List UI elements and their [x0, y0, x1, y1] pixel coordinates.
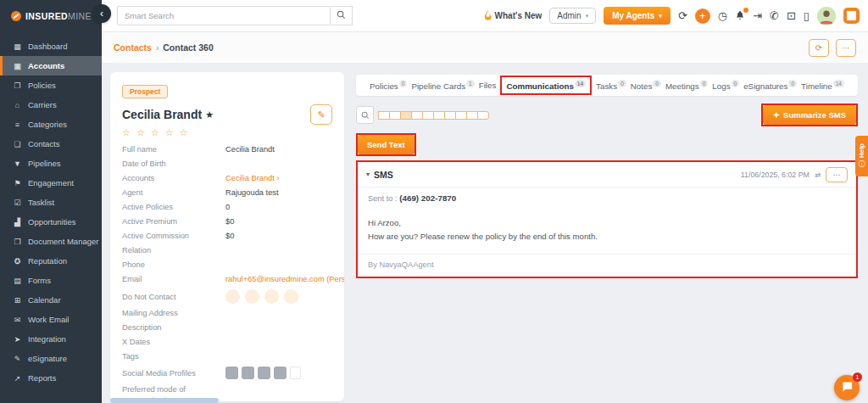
filter-thanksio[interactable]: [444, 111, 456, 120]
field-label: Date of Birth: [122, 160, 225, 170]
tab-files[interactable]: Files: [479, 81, 497, 90]
sidebar-item-engagement[interactable]: ⚑ Engagement: [0, 173, 102, 193]
filter-search-button[interactable]: [356, 106, 374, 124]
smart-search-input[interactable]: [117, 6, 331, 25]
sidebar-item-label: Integration: [28, 334, 66, 344]
tab-esignatures[interactable]: eSignatures0: [743, 80, 797, 91]
filter-all[interactable]: [378, 111, 390, 120]
filter-nps[interactable]: [433, 111, 445, 120]
tab-tasks[interactable]: Tasks0: [596, 80, 626, 91]
signout-icon[interactable]: ⇥: [753, 10, 762, 21]
refresh-button[interactable]: ⟳: [809, 39, 829, 57]
sidebar-item-icon: ➤: [13, 335, 22, 344]
sidebar-item-contacts[interactable]: ❏ Contacts: [0, 134, 102, 154]
dnc-phone-icon[interactable]: [264, 289, 279, 304]
chevron-down-icon: ▾: [659, 13, 662, 20]
sidebar-item-label: Tasklist: [28, 198, 54, 207]
sidebar-item-reputation[interactable]: ✪ Reputation: [0, 251, 102, 271]
filter-text[interactable]: [400, 111, 412, 120]
sparkle-icon: ✦: [773, 110, 780, 120]
insuredmine-logo[interactable]: INSUREDMINE: [0, 0, 102, 28]
twitter-icon[interactable]: [258, 367, 270, 379]
tab-label: Files: [479, 81, 497, 90]
filter-email-campaigns[interactable]: [466, 111, 478, 120]
sync-icon[interactable]: ⟳: [678, 10, 687, 21]
tab-notes[interactable]: Notes0: [631, 80, 661, 91]
sidebar-item-carriers[interactable]: ⌂ Carriers: [0, 95, 102, 115]
horizontal-scrollbar[interactable]: [110, 398, 219, 403]
sidebar-item-pipelines[interactable]: ▼ Pipelines: [0, 154, 102, 173]
sidebar-item-accounts[interactable]: ▣ Accounts: [0, 56, 102, 76]
insuredmine-brand-icon[interactable]: [843, 8, 860, 24]
filter-email[interactable]: [389, 111, 401, 120]
breadcrumb-separator: ›: [156, 43, 159, 53]
linkedin-icon[interactable]: [225, 367, 238, 379]
sidebar-item-tasklist[interactable]: ☑ Tasklist: [0, 193, 102, 212]
whats-new-link[interactable]: What's New: [483, 9, 542, 22]
breadcrumb-contacts[interactable]: Contacts: [114, 42, 152, 53]
tab-meetings[interactable]: Meetings0: [665, 80, 708, 91]
sidebar-item-icon: ❒: [13, 238, 22, 246]
sidebar-collapse-button[interactable]: ‹: [92, 4, 111, 23]
sidebar-item-opportunities[interactable]: ▟ Opportunities: [0, 212, 102, 232]
dnc-mail-slash-icon[interactable]: [284, 289, 298, 304]
tab-logs[interactable]: Logs0: [712, 80, 739, 91]
phone-icon[interactable]: ✆: [770, 10, 779, 21]
sidebar-item-icon: ▼: [13, 160, 22, 168]
tab-policies[interactable]: Policies0: [370, 80, 407, 91]
more-options-button[interactable]: ⋯: [836, 39, 856, 57]
sidebar-item-esignature[interactable]: ✎ eSignature: [0, 349, 102, 368]
filter-workflows[interactable]: [477, 111, 489, 120]
search-button[interactable]: [331, 6, 353, 25]
user-avatar[interactable]: [817, 7, 836, 25]
sidebar-item-integration[interactable]: ➤ Integration: [0, 329, 102, 349]
tab-count-badge: 14: [575, 80, 586, 87]
tab-count-badge: 0: [732, 80, 740, 87]
sidebar-item-policies[interactable]: ❐ Policies: [0, 76, 102, 95]
field-label: Mailing Address: [122, 309, 225, 319]
send-text-button[interactable]: Send Text: [358, 135, 415, 154]
tab-label: Logs: [712, 81, 730, 91]
edit-contact-button[interactable]: ✎: [310, 104, 332, 125]
chat-widget-button[interactable]: 1: [834, 375, 860, 400]
sidebar-item-icon: ▟: [13, 218, 22, 227]
admin-dropdown[interactable]: Admin ▾: [549, 8, 596, 24]
sidebar-item-icon: ▤: [13, 277, 22, 285]
notifications-bell-icon[interactable]: [735, 10, 745, 22]
filter-voicemail-drop[interactable]: [422, 111, 434, 120]
summarize-sms-button[interactable]: ✦ Summarize SMS: [763, 105, 856, 125]
sidebar-item-dashboard[interactable]: ▦ Dashboard: [0, 36, 102, 56]
sidebar-item-reports[interactable]: ↗ Reports: [0, 368, 102, 388]
facebook-icon[interactable]: [242, 367, 254, 379]
my-agents-button[interactable]: My Agents ▾: [604, 7, 670, 25]
collapse-caret-icon[interactable]: ▾: [366, 171, 370, 178]
instagram-icon[interactable]: [274, 367, 287, 379]
sidebar-item-categories[interactable]: ≡ Categories: [0, 115, 102, 134]
sidebar-item-document-manager[interactable]: ❒ Document Manager: [0, 232, 102, 251]
social-media-icons: [225, 367, 287, 379]
sidebar-item-forms[interactable]: ▤ Forms: [0, 271, 102, 290]
logo-text: INSUREDMINE: [25, 11, 92, 21]
sidebar-item-icon: ✎: [13, 355, 22, 363]
insuredmine-logo-icon: [11, 11, 21, 21]
filter-single-contact-drips[interactable]: [455, 111, 467, 120]
tab-timeline[interactable]: Timeline14: [801, 80, 844, 91]
tab-pipeline-cards[interactable]: Pipeline Cards1: [411, 80, 474, 91]
help-tab[interactable]: Help ⓘ: [855, 136, 868, 176]
rating-stars[interactable]: ☆ ☆ ☆ ☆ ☆: [122, 127, 332, 138]
add-icon[interactable]: +: [695, 8, 710, 24]
sms-more-button[interactable]: ⋯: [826, 167, 848, 182]
history-clock-icon[interactable]: ◷: [718, 10, 727, 21]
tab-communications[interactable]: Communications14: [500, 76, 592, 95]
sidebar-item-work-email[interactable]: ✉ Work Email: [0, 310, 102, 329]
device-icon[interactable]: ▯: [804, 10, 810, 21]
sidebar-item-label: Carriers: [28, 100, 57, 109]
dnc-sms-icon[interactable]: [245, 289, 259, 304]
sidebar-item-calendar[interactable]: ⊞ Calendar: [0, 290, 102, 310]
apps-grid-icon[interactable]: ⊡: [787, 10, 796, 21]
topbar: What's New Admin ▾ My Agents ▾ ⟳ + ◷ ⇥ ✆…: [102, 0, 868, 32]
dnc-email-icon[interactable]: [225, 289, 240, 304]
field-label: Agent: [122, 188, 225, 199]
filter-calls[interactable]: [411, 111, 423, 120]
contact-field-row: Description: [122, 323, 332, 333]
